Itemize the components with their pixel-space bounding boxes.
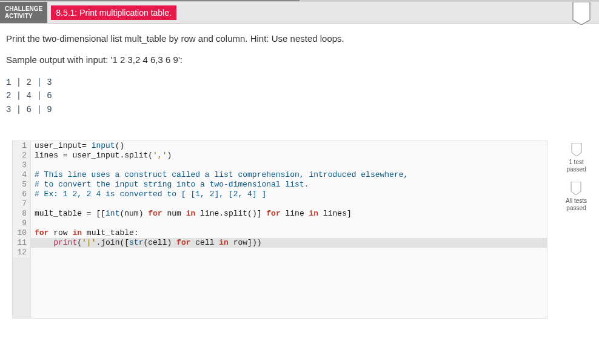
code-content[interactable]: mult_table = [[int(num) for num in line.…: [31, 209, 352, 219]
shield-icon: [571, 182, 581, 195]
workspace: 1user_input= input()2lines = user_input.…: [6, 141, 593, 319]
sample-output-label: Sample output with input: '1 2 3,2 4 6,3…: [6, 55, 593, 65]
challenge-label: CHALLENGE ACTIVITY: [0, 2, 47, 23]
status-all-tests-label: All tests passed: [566, 197, 587, 212]
code-content[interactable]: [31, 248, 35, 257]
line-number: 2: [13, 151, 31, 160]
challenge-label-line1: CHALLENGE: [5, 5, 42, 13]
header-bar: CHALLENGE ACTIVITY 8.5.1: Print multipli…: [0, 2, 599, 24]
bookmark-icon[interactable]: [572, 2, 591, 25]
line-number: 3: [13, 160, 31, 170]
code-content[interactable]: [31, 219, 35, 228]
code-line[interactable]: 10for row in mult_table:: [13, 228, 547, 238]
code-content[interactable]: # Ex: 1 2, 2 4 is converted to [ [1, 2],…: [31, 190, 266, 199]
code-line[interactable]: 3: [13, 160, 547, 170]
line-number: 9: [13, 219, 31, 228]
code-editor[interactable]: 1user_input= input()2lines = user_input.…: [12, 141, 547, 319]
instruction-text: Print the two-dimensional list mult_tabl…: [6, 33, 593, 44]
code-line[interactable]: 6# Ex: 1 2, 2 4 is converted to [ [1, 2]…: [13, 190, 547, 199]
status-one-test-label: 1 test passed: [566, 159, 586, 173]
content-area: Print the two-dimensional list mult_tabl…: [0, 24, 599, 319]
code-line[interactable]: 1user_input= input(): [13, 141, 547, 151]
code-line[interactable]: 9: [13, 219, 547, 228]
sample-output: 1 | 2 | 3 2 | 4 | 6 3 | 6 | 9: [6, 76, 593, 116]
status-all-tests: All tests passed: [566, 182, 587, 212]
code-content[interactable]: user_input= input(): [31, 141, 124, 151]
status-one-test: 1 test passed: [566, 143, 586, 173]
line-number: 1: [13, 141, 31, 151]
status-column: 1 test passed All tests passed: [560, 141, 593, 220]
code-content[interactable]: [31, 160, 35, 170]
code-line[interactable]: 7: [13, 199, 547, 209]
line-number: 10: [13, 228, 31, 238]
code-line[interactable]: 12: [13, 248, 547, 257]
code-content[interactable]: [31, 199, 35, 209]
code-line[interactable]: 4# This line uses a construct called a l…: [13, 170, 547, 180]
line-number: 8: [13, 209, 31, 219]
code-content[interactable]: lines = user_input.split(','): [31, 151, 172, 160]
code-content[interactable]: print('|'.join([str(cell) for cell in ro…: [31, 238, 262, 248]
line-number: 11: [13, 238, 31, 248]
line-number: 6: [13, 190, 31, 199]
code-content[interactable]: # This line uses a construct called a li…: [31, 170, 408, 180]
code-content[interactable]: for row in mult_table:: [31, 228, 139, 238]
line-number: 7: [13, 199, 31, 209]
code-content[interactable]: # to convert the input string into a two…: [31, 180, 309, 190]
challenge-label-line2: ACTIVITY: [5, 13, 42, 20]
shield-icon: [571, 143, 582, 156]
code-line[interactable]: 2lines = user_input.split(','): [13, 151, 547, 160]
line-number: 5: [13, 180, 31, 190]
code-line[interactable]: 8mult_table = [[int(num) for num in line…: [13, 209, 547, 219]
code-line[interactable]: 5# to convert the input string into a tw…: [13, 180, 547, 190]
code-line[interactable]: 11 print('|'.join([str(cell) for cell in…: [13, 238, 547, 248]
line-number: 12: [13, 248, 31, 257]
challenge-title: 8.5.1: Print multiplication table.: [51, 5, 176, 20]
line-number: 4: [13, 170, 31, 180]
